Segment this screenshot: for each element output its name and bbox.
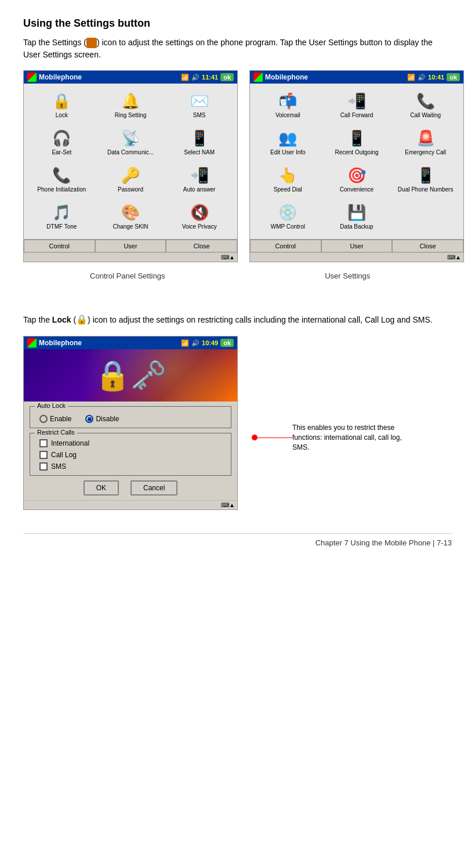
nam-label: Select NAM xyxy=(184,149,215,156)
icon-recentoutgoing[interactable]: 📱 Recent Outgoing xyxy=(324,125,390,160)
databackup-icon: 💾 xyxy=(347,204,366,222)
emergencycall-label: Emergency Call xyxy=(405,149,446,156)
icon-callwaiting[interactable]: 📞 Call Waiting xyxy=(392,88,459,123)
icon-voicemail[interactable]: 📬 Voicemail xyxy=(255,88,321,123)
lock-screen-title: Mobilephone xyxy=(39,339,82,347)
earset-label: Ear-Set xyxy=(52,149,71,156)
icon-sms[interactable]: ✉️ SMS xyxy=(166,88,233,123)
icon-ring[interactable]: 🔔 Ring Setting xyxy=(97,88,164,123)
enable-radio-circle xyxy=(39,415,48,423)
icon-password[interactable]: 🔑 Password xyxy=(97,162,164,197)
caption-2: User Settings xyxy=(244,268,452,284)
lock-banner: 🔒🗝️ xyxy=(24,349,237,402)
signal-icon-2: 📶 xyxy=(407,74,415,81)
sms-checkbox[interactable] xyxy=(39,462,48,471)
icon-earset[interactable]: 🎧 Ear-Set xyxy=(28,125,95,160)
screen2-title: Mobilephone xyxy=(265,73,308,81)
keyboard-icon-1: ⌨▲ xyxy=(221,254,235,261)
password-icon: 🔑 xyxy=(121,167,140,185)
convenience-label: Convenience xyxy=(340,186,374,193)
icon-phoneinit[interactable]: 📞 Phone Initialization xyxy=(28,162,95,197)
lock-icon: 🔒 xyxy=(52,92,71,110)
icon-wmpcontrol[interactable]: 💿 WMP Control xyxy=(255,200,321,234)
dtmf-icon: 🎵 xyxy=(52,204,71,222)
icon-convenience[interactable]: 🎯 Convenience xyxy=(324,162,390,197)
international-checkbox-row[interactable]: International xyxy=(39,439,226,447)
lock-titlebar: Mobilephone 📶 🔊 10:49 ok xyxy=(24,337,237,349)
disable-radio-circle xyxy=(85,415,93,423)
settings-icon-inline xyxy=(86,38,97,48)
callforward-label: Call Forward xyxy=(340,112,374,119)
voicemail-icon: 📬 xyxy=(278,92,297,110)
lock-titlebar-right: 📶 🔊 10:49 ok xyxy=(181,339,234,347)
recentoutgoing-label: Recent Outgoing xyxy=(335,149,378,156)
control-btn-1[interactable]: Control xyxy=(24,240,95,252)
icon-edituserinfo[interactable]: 👥 Edit User Info xyxy=(255,125,321,160)
earset-icon: 🎧 xyxy=(52,129,71,147)
calllog-label: Call Log xyxy=(51,451,77,459)
dtmf-label: DTMF Tone xyxy=(46,223,77,230)
section1-title: Using the Settings button xyxy=(23,17,452,30)
icon-empty xyxy=(392,200,459,234)
icon-databackup[interactable]: 💾 Data Backup xyxy=(324,200,390,234)
screen1-title: Mobilephone xyxy=(39,73,82,81)
titlebar-2-right: 📶 🔊 10:41 ok xyxy=(407,73,460,81)
icon-lock[interactable]: 🔒 Lock xyxy=(28,88,95,123)
icon-nam[interactable]: 📱 Select NAM xyxy=(166,125,233,160)
icon-privacy[interactable]: 🔇 Voice Privacy xyxy=(166,200,233,234)
calllog-checkbox[interactable] xyxy=(39,451,48,459)
user-settings-icons: 📬 Voicemail 📲 Call Forward 📞 Call Waitin… xyxy=(250,84,463,239)
icon-autoanswer[interactable]: 📲 Auto answer xyxy=(166,162,233,197)
close-btn-1[interactable]: Close xyxy=(166,240,237,252)
sms-checkbox-row[interactable]: SMS xyxy=(39,462,226,471)
win-logo-2 xyxy=(253,73,263,82)
ok-badge-2: ok xyxy=(447,73,460,81)
international-checkbox[interactable] xyxy=(39,439,48,447)
user-btn-1[interactable]: User xyxy=(95,240,166,252)
volume-icon-1: 🔊 xyxy=(191,74,200,81)
keyboard-icon-2: ⌨▲ xyxy=(447,254,461,261)
sms-label: SMS xyxy=(51,462,66,471)
control-panel-icons: 🔒 Lock 🔔 Ring Setting ✉️ SMS 🎧 Ear-Set 📡… xyxy=(24,84,237,239)
icon-skin[interactable]: 🎨 Change SKIN xyxy=(97,200,164,234)
volume-icon-2: 🔊 xyxy=(418,74,426,81)
wmpcontrol-icon: 💿 xyxy=(278,204,297,222)
privacy-label: Voice Privacy xyxy=(182,223,217,230)
sms-label: SMS xyxy=(193,112,206,119)
icon-dtmf[interactable]: 🎵 DTMF Tone xyxy=(28,200,95,234)
control-btn-2[interactable]: Control xyxy=(250,240,321,252)
win-logo-lock xyxy=(27,338,37,348)
lock-ok-button[interactable]: OK xyxy=(84,480,119,496)
convenience-icon: 🎯 xyxy=(347,167,366,185)
disable-label: Disable xyxy=(96,415,119,423)
lock-keyboard-row: ⌨▲ xyxy=(24,500,237,509)
data-label: Data Communic... xyxy=(107,149,154,156)
close-btn-2[interactable]: Close xyxy=(392,240,463,252)
enable-radio[interactable]: Enable xyxy=(39,415,71,423)
lock-cancel-button[interactable]: Cancel xyxy=(130,480,177,496)
lock-body: Auto Lock Enable Disable Restrict Calls xyxy=(24,402,237,500)
icon-emergencycall[interactable]: 🚨 Emergency Call xyxy=(392,125,459,160)
titlebar-1-right: 📶 🔊 11:41 ok xyxy=(181,73,234,81)
nam-icon: 📱 xyxy=(190,129,209,147)
ok-badge-1: ok xyxy=(220,73,234,81)
section2-para: Tap the Lock (🔒) icon to adjust the sett… xyxy=(23,313,452,327)
edituserinfo-icon: 👥 xyxy=(278,129,297,147)
icon-speeddial[interactable]: 👆 Speed Dial xyxy=(255,162,321,197)
icon-data[interactable]: 📡 Data Communic... xyxy=(97,125,164,160)
screen1-toolbar: Control User Close xyxy=(24,239,237,252)
disable-radio[interactable]: Disable xyxy=(85,415,119,423)
icon-callforward[interactable]: 📲 Call Forward xyxy=(324,88,390,123)
password-label: Password xyxy=(118,186,143,193)
user-btn-2[interactable]: User xyxy=(321,240,393,252)
annotation-text: This enables you to restrict these funct… xyxy=(292,423,420,452)
calllog-checkbox-row[interactable]: Call Log xyxy=(39,451,226,459)
voicemail-label: Voicemail xyxy=(275,112,300,119)
callforward-icon: 📲 xyxy=(347,92,366,110)
icon-dualnumbers[interactable]: 📱 Dual Phone Numbers xyxy=(392,162,459,197)
annotation-line: This enables you to restrict these funct… xyxy=(252,423,420,452)
speeddial-label: Speed Dial xyxy=(274,186,302,193)
lock-ok-badge: ok xyxy=(220,339,234,347)
lock-screen-time: 10:49 xyxy=(202,339,218,346)
edituserinfo-label: Edit User Info xyxy=(270,149,306,156)
